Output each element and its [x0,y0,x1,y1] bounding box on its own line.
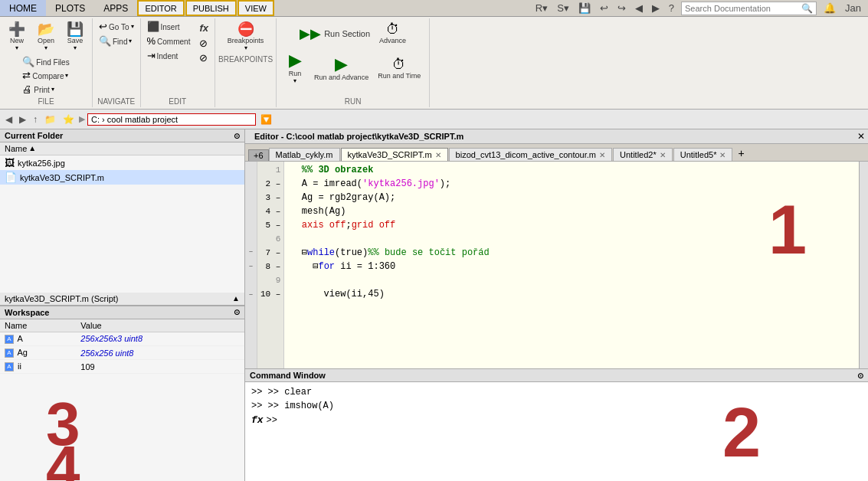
tab-add-button[interactable]: + [733,146,748,161]
cmd-text-1: >> clear [268,387,313,398]
print-button[interactable]: 🖨 Print ▾ [19,83,57,96]
nav-back-icon[interactable]: ◀ [633,2,645,15]
cmd-line-2: >> >> imshow(A) [251,399,862,413]
advance-icon: ⏱ [386,22,400,36]
user-label[interactable]: Jan [843,2,863,15]
file-item-script[interactable]: 📄 kytkaVe3D_SCRIPT.m [0,170,244,185]
tab-matlab-cykly[interactable]: Matlab_cykly.m [269,148,340,161]
tab-untitled2-close[interactable]: ✕ [660,151,666,159]
tab-untitled2[interactable]: Untitled2* ✕ [613,148,673,161]
ws-var-name: A Ag [0,345,76,359]
help-icon[interactable]: ? [667,2,676,15]
run-icon: ▶ [289,52,302,69]
folder-col-header: Name ▲ [0,142,244,155]
s-icon[interactable]: S▾ [555,2,572,15]
tab-kytka-close[interactable]: ✕ [435,151,441,159]
redo-icon[interactable]: ↪ [615,2,628,15]
bp-8[interactable]: – [245,259,257,273]
addr-favorite-icon[interactable]: ⭐ [61,113,77,126]
indent-toggle-icon: ⊘ [199,53,208,63]
script-file-icon: 📄 [5,172,17,183]
menu-item-publish[interactable]: PUBLISH [185,0,237,16]
run-section-button[interactable]: ▶▶ Run Section [296,25,374,43]
ws-var-value[interactable]: 256x256 uint8 [76,345,244,359]
command-body[interactable]: >> >> clear >> >> imshow(A) fx >> [245,382,868,481]
ws-var-value[interactable]: 256x256x3 uint8 [76,332,244,345]
cmd-prompt-2: >> [251,401,268,411]
menu-item-apps[interactable]: APPS [94,0,137,16]
nav-forward-icon[interactable]: ▶ [650,2,662,15]
find-files-button[interactable]: 🔍 Find Files [19,55,72,68]
open-button[interactable]: 📂 Open ▾ [32,20,60,54]
indent-button[interactable]: ⇥ Indent [144,49,194,62]
save-icon[interactable]: 💾 [576,2,593,15]
addr-browse-icon[interactable]: 📁 [42,113,58,126]
code-line-4: mesh(Ag) [290,205,853,218]
fx-button[interactable]: fx [196,20,211,35]
addr-forward-icon[interactable]: ▶ [17,113,28,126]
tab-untitled5-close[interactable]: ✕ [719,151,726,159]
tab-kytka-script[interactable]: kytkaVe3D_SCRIPT.m ✕ [341,148,448,161]
run-and-advance-button[interactable]: ▶ Run and Advance [310,54,372,83]
comment-toggle-button[interactable]: ⊘ [196,37,211,50]
code-lines[interactable]: %% 3D obrazek A = imread('kytka256.jpg')… [284,162,859,368]
menu-item-view[interactable]: VIEW [237,0,274,16]
bell-icon[interactable]: 🔔 [821,2,838,15]
comment-button[interactable]: % Comment [144,34,194,47]
ws-name-col[interactable]: Name [0,319,76,332]
workspace-collapse[interactable]: ⊙ [234,308,240,316]
addr-search-icon[interactable]: 🔽 [258,113,274,126]
editor-close-icon[interactable]: ✕ [857,131,865,142]
toolbar-breakpoints-section: ⛔ Breakpoints ▾ BREAKPOINTS [215,18,277,107]
find-button[interactable]: 🔍 Find ▾ [96,34,135,47]
r-icon[interactable]: R▾ [533,2,550,15]
script-up-icon[interactable]: ▲ [232,294,240,303]
ws-row-a[interactable]: A A 256x256x3 uint8 [0,332,244,345]
tab-bizod-close[interactable]: ✕ [599,151,605,159]
new-button[interactable]: ➕ New ▾ [3,20,31,54]
tab-bizod[interactable]: bizod_cvt13_dicom_active_contour.m ✕ [449,148,612,161]
run-button[interactable]: ▶ Run ▾ [281,50,309,87]
toolbar: ➕ New ▾ 📂 Open ▾ 💾 Save ▾ 🔍 Find Files ⇄ [0,17,868,110]
insert-button[interactable]: ⬛ Insert [144,20,194,33]
menu-item-plots[interactable]: PLOTS [46,0,94,16]
run-and-time-button[interactable]: ⏱ Run and Time [374,55,424,82]
undo-icon[interactable]: ↩ [598,2,611,15]
command-window-header: Command Window ⊙ [245,369,868,382]
menu-item-home[interactable]: HOME [0,0,46,16]
ws-var-value: 109 [76,360,244,374]
code-line-7: ⊟while(true)%% bude se točit pořád [290,246,853,260]
ws-row-ag[interactable]: A Ag 256x256 uint8 [0,345,244,359]
indent-toggle-button[interactable]: ⊘ [196,51,211,64]
breakpoint-col: – – – [245,162,257,368]
line-numbers: 1 2 – 3 – 4 – 5 – 6 7 – 8 – 9 10 – [257,162,284,368]
name-sort-icon[interactable]: ▲ [28,144,36,153]
bp-10[interactable]: – [245,287,257,302]
addr-up-icon[interactable]: ↑ [31,113,40,126]
search-input[interactable] [685,4,800,13]
editor-scrollbar[interactable] [859,162,868,368]
command-input[interactable] [280,415,862,426]
addr-back-icon[interactable]: ◀ [3,113,15,126]
address-input[interactable] [87,113,256,126]
tab-counter[interactable]: +6 [248,149,269,161]
script-label-bar: kytkaVe3D_SCRIPT.m (Script) ▲ [0,293,244,306]
goto-button[interactable]: ↩ Go To ▾ [96,20,137,33]
tab-untitled5[interactable]: Untitled5* ✕ [673,148,733,161]
file-item-kytka[interactable]: 🖼 kytka256.jpg [0,155,244,170]
linenum-5: 5 – [257,218,283,232]
advance-button[interactable]: ⏱ Advance [375,20,410,47]
menu-item-editor[interactable]: EDITOR [137,0,184,16]
ws-value-col[interactable]: Value [76,319,244,332]
cmd-line-1: >> >> clear [251,385,862,399]
ws-row-ii[interactable]: A ii 109 [0,360,244,374]
cmd-expand-icon[interactable]: ⊙ [857,371,863,380]
search-icon[interactable]: 🔍 [801,3,813,14]
compare-button[interactable]: ⇄ Compare ▾ [19,69,71,82]
code-line-1: %% 3D obrazek [290,163,853,177]
editor-title: Editor - C:\cool matlab project\kytkaVe3… [248,129,470,143]
breakpoints-button[interactable]: ⛔ Breakpoints ▾ [224,20,268,54]
bp-7[interactable]: – [245,244,257,259]
current-folder-collapse[interactable]: ⊙ [234,132,240,140]
save-button[interactable]: 💾 Save ▾ [61,20,89,54]
